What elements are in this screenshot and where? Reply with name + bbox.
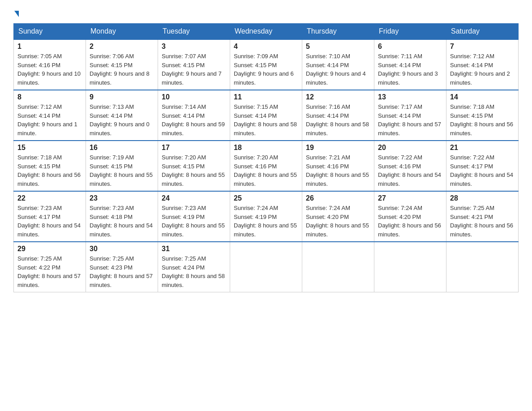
day-cell-11: 11Sunrise: 7:15 AMSunset: 4:14 PMDayligh… <box>230 90 302 141</box>
day-number-8: 8 <box>17 93 82 101</box>
day-info-31: Sunrise: 7:25 AMSunset: 4:24 PMDaylight:… <box>162 254 226 289</box>
header-saturday: Saturday <box>446 24 519 40</box>
day-cell-21: 21Sunrise: 7:22 AMSunset: 4:17 PMDayligh… <box>446 141 519 191</box>
day-cell-25: 25Sunrise: 7:24 AMSunset: 4:19 PMDayligh… <box>230 191 302 242</box>
empty-cell <box>374 242 446 292</box>
day-number-19: 19 <box>306 144 370 152</box>
day-number-3: 3 <box>162 43 226 51</box>
day-info-3: Sunrise: 7:07 AMSunset: 4:15 PMDaylight:… <box>162 52 226 87</box>
day-info-21: Sunrise: 7:22 AMSunset: 4:17 PMDaylight:… <box>450 153 515 188</box>
day-number-29: 29 <box>17 245 82 253</box>
header-sunday: Sunday <box>14 24 86 40</box>
day-number-27: 27 <box>378 194 442 202</box>
day-number-6: 6 <box>378 43 442 51</box>
day-cell-23: 23Sunrise: 7:23 AMSunset: 4:18 PMDayligh… <box>86 191 158 242</box>
day-number-4: 4 <box>234 43 298 51</box>
day-number-7: 7 <box>450 43 515 51</box>
day-info-25: Sunrise: 7:24 AMSunset: 4:19 PMDaylight:… <box>234 204 298 239</box>
day-number-21: 21 <box>450 144 515 152</box>
day-info-19: Sunrise: 7:21 AMSunset: 4:16 PMDaylight:… <box>306 153 370 188</box>
day-cell-18: 18Sunrise: 7:20 AMSunset: 4:16 PMDayligh… <box>230 141 302 191</box>
header-friday: Friday <box>374 24 446 40</box>
day-number-22: 22 <box>17 194 82 202</box>
day-number-5: 5 <box>306 43 370 51</box>
day-cell-29: 29Sunrise: 7:25 AMSunset: 4:22 PMDayligh… <box>14 242 86 292</box>
page-header <box>13 9 519 19</box>
empty-cell <box>230 242 302 292</box>
header-tuesday: Tuesday <box>158 24 230 40</box>
day-info-13: Sunrise: 7:17 AMSunset: 4:14 PMDaylight:… <box>378 103 442 137</box>
day-cell-31: 31Sunrise: 7:25 AMSunset: 4:24 PMDayligh… <box>158 242 230 292</box>
day-info-16: Sunrise: 7:19 AMSunset: 4:15 PMDaylight:… <box>90 153 154 188</box>
day-cell-24: 24Sunrise: 7:23 AMSunset: 4:19 PMDayligh… <box>158 191 230 242</box>
day-cell-9: 9Sunrise: 7:13 AMSunset: 4:14 PMDaylight… <box>86 90 158 141</box>
day-number-10: 10 <box>162 93 226 101</box>
day-info-4: Sunrise: 7:09 AMSunset: 4:15 PMDaylight:… <box>234 52 298 87</box>
day-number-16: 16 <box>90 144 154 152</box>
day-cell-10: 10Sunrise: 7:14 AMSunset: 4:14 PMDayligh… <box>158 90 230 141</box>
day-cell-27: 27Sunrise: 7:24 AMSunset: 4:20 PMDayligh… <box>374 191 446 242</box>
day-info-28: Sunrise: 7:25 AMSunset: 4:21 PMDaylight:… <box>450 204 515 239</box>
day-cell-5: 5Sunrise: 7:10 AMSunset: 4:14 PMDaylight… <box>302 39 374 90</box>
day-number-11: 11 <box>234 93 298 101</box>
day-info-29: Sunrise: 7:25 AMSunset: 4:22 PMDaylight:… <box>17 254 82 289</box>
header-thursday: Thursday <box>302 24 374 40</box>
day-number-23: 23 <box>90 194 154 202</box>
day-cell-6: 6Sunrise: 7:11 AMSunset: 4:14 PMDaylight… <box>374 39 446 90</box>
logo-arrow-icon <box>14 11 19 17</box>
empty-cell <box>302 242 374 292</box>
day-number-24: 24 <box>162 194 226 202</box>
day-cell-1: 1Sunrise: 7:05 AMSunset: 4:16 PMDaylight… <box>14 39 86 90</box>
day-cell-13: 13Sunrise: 7:17 AMSunset: 4:14 PMDayligh… <box>374 90 446 141</box>
day-info-27: Sunrise: 7:24 AMSunset: 4:20 PMDaylight:… <box>378 204 442 239</box>
day-number-28: 28 <box>450 194 515 202</box>
header-row: SundayMondayTuesdayWednesdayThursdayFrid… <box>14 24 519 40</box>
day-number-15: 15 <box>17 144 82 152</box>
day-number-25: 25 <box>234 194 298 202</box>
day-info-26: Sunrise: 7:24 AMSunset: 4:20 PMDaylight:… <box>306 204 370 239</box>
day-info-6: Sunrise: 7:11 AMSunset: 4:14 PMDaylight:… <box>378 52 442 87</box>
day-info-1: Sunrise: 7:05 AMSunset: 4:16 PMDaylight:… <box>17 52 82 87</box>
day-info-15: Sunrise: 7:18 AMSunset: 4:15 PMDaylight:… <box>17 153 82 188</box>
day-info-5: Sunrise: 7:10 AMSunset: 4:14 PMDaylight:… <box>306 52 370 87</box>
logo <box>13 13 19 19</box>
day-number-1: 1 <box>17 43 82 51</box>
day-cell-22: 22Sunrise: 7:23 AMSunset: 4:17 PMDayligh… <box>14 191 86 242</box>
day-cell-2: 2Sunrise: 7:06 AMSunset: 4:15 PMDaylight… <box>86 39 158 90</box>
day-info-12: Sunrise: 7:16 AMSunset: 4:14 PMDaylight:… <box>306 103 370 137</box>
day-cell-16: 16Sunrise: 7:19 AMSunset: 4:15 PMDayligh… <box>86 141 158 191</box>
day-info-17: Sunrise: 7:20 AMSunset: 4:15 PMDaylight:… <box>162 153 226 188</box>
empty-cell <box>446 242 519 292</box>
day-cell-4: 4Sunrise: 7:09 AMSunset: 4:15 PMDaylight… <box>230 39 302 90</box>
day-number-12: 12 <box>306 93 370 101</box>
header-wednesday: Wednesday <box>230 24 302 40</box>
day-info-9: Sunrise: 7:13 AMSunset: 4:14 PMDaylight:… <box>90 103 154 137</box>
day-number-18: 18 <box>234 144 298 152</box>
day-number-13: 13 <box>378 93 442 101</box>
day-number-2: 2 <box>90 43 154 51</box>
day-number-30: 30 <box>90 245 154 253</box>
day-info-23: Sunrise: 7:23 AMSunset: 4:18 PMDaylight:… <box>90 204 154 239</box>
day-info-14: Sunrise: 7:18 AMSunset: 4:15 PMDaylight:… <box>450 103 515 137</box>
day-number-31: 31 <box>162 245 226 253</box>
week-row-2: 8Sunrise: 7:12 AMSunset: 4:14 PMDaylight… <box>14 90 519 141</box>
day-cell-17: 17Sunrise: 7:20 AMSunset: 4:15 PMDayligh… <box>158 141 230 191</box>
day-cell-3: 3Sunrise: 7:07 AMSunset: 4:15 PMDaylight… <box>158 39 230 90</box>
day-number-26: 26 <box>306 194 370 202</box>
day-cell-8: 8Sunrise: 7:12 AMSunset: 4:14 PMDaylight… <box>14 90 86 141</box>
day-info-30: Sunrise: 7:25 AMSunset: 4:23 PMDaylight:… <box>90 254 154 289</box>
day-info-11: Sunrise: 7:15 AMSunset: 4:14 PMDaylight:… <box>234 103 298 137</box>
day-info-10: Sunrise: 7:14 AMSunset: 4:14 PMDaylight:… <box>162 103 226 137</box>
day-info-8: Sunrise: 7:12 AMSunset: 4:14 PMDaylight:… <box>17 103 82 137</box>
header-monday: Monday <box>86 24 158 40</box>
day-info-24: Sunrise: 7:23 AMSunset: 4:19 PMDaylight:… <box>162 204 226 239</box>
day-cell-14: 14Sunrise: 7:18 AMSunset: 4:15 PMDayligh… <box>446 90 519 141</box>
day-cell-12: 12Sunrise: 7:16 AMSunset: 4:14 PMDayligh… <box>302 90 374 141</box>
day-cell-26: 26Sunrise: 7:24 AMSunset: 4:20 PMDayligh… <box>302 191 374 242</box>
calendar-table: SundayMondayTuesdayWednesdayThursdayFrid… <box>13 23 519 292</box>
day-number-9: 9 <box>90 93 154 101</box>
day-info-22: Sunrise: 7:23 AMSunset: 4:17 PMDaylight:… <box>17 204 82 239</box>
week-row-4: 22Sunrise: 7:23 AMSunset: 4:17 PMDayligh… <box>14 191 519 242</box>
day-number-20: 20 <box>378 144 442 152</box>
day-cell-7: 7Sunrise: 7:12 AMSunset: 4:14 PMDaylight… <box>446 39 519 90</box>
